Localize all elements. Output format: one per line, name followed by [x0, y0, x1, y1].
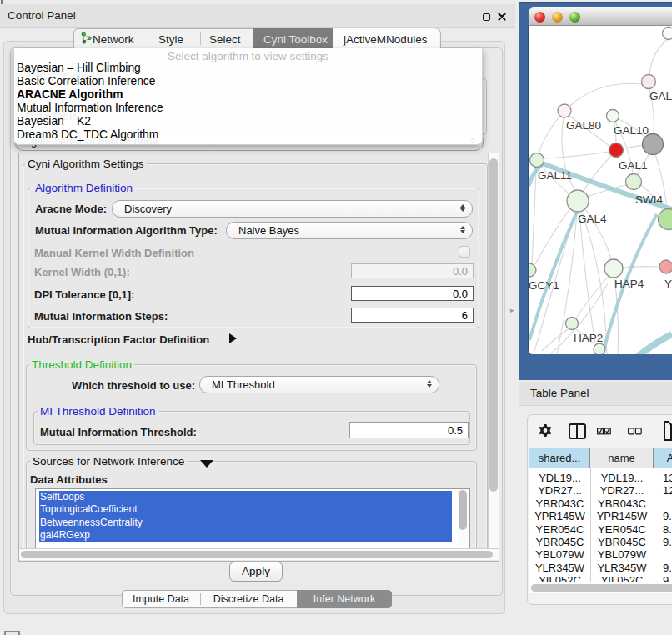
svg-text:GAL80: GAL80 — [566, 119, 601, 132]
svg-text:HAP4: HAP4 — [614, 278, 644, 290]
svg-text:GCY1: GCY1 — [529, 279, 559, 292]
svg-text:SWI4: SWI4 — [635, 193, 663, 206]
svg-text:GAL4: GAL4 — [578, 212, 607, 225]
svg-text:GAL10: GAL10 — [614, 124, 649, 137]
svg-text:GAL2: GAL2 — [649, 90, 672, 102]
svg-text:GAL1: GAL1 — [619, 159, 648, 172]
svg-text:HAP2: HAP2 — [574, 332, 603, 344]
svg-text:GAL11: GAL11 — [538, 169, 572, 182]
svg-text:Y: Y — [664, 278, 672, 290]
